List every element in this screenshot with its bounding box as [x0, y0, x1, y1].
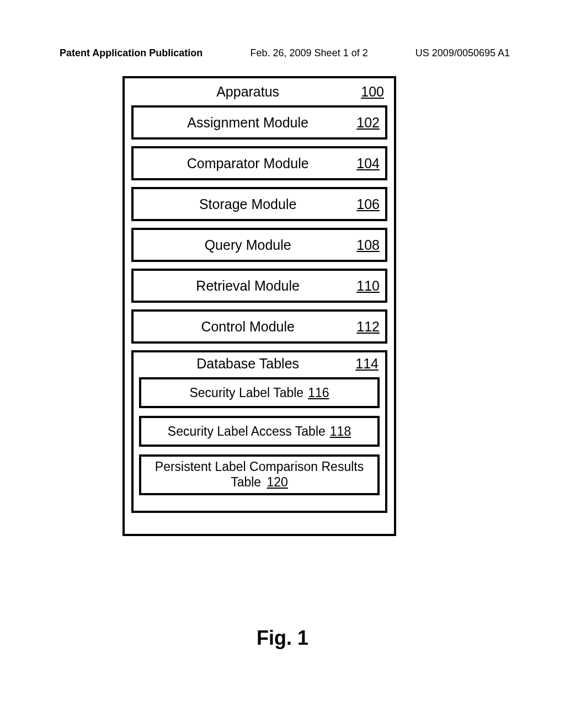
apparatus-refnum: 100: [361, 84, 384, 100]
module-title: Query Module: [139, 237, 356, 253]
apparatus-header: Apparatus 100: [130, 83, 388, 105]
database-tables-header: Database Tables 114: [139, 354, 380, 377]
module-refnum: 108: [356, 237, 380, 253]
subtable-refnum: 116: [308, 386, 329, 400]
module-refnum: 102: [356, 115, 380, 131]
module-title: Assignment Module: [139, 115, 356, 131]
module-storage: Storage Module 106: [131, 187, 387, 221]
db-title: Database Tables: [140, 356, 355, 372]
module-refnum: 106: [356, 196, 380, 212]
module-comparator: Comparator Module 104: [131, 146, 387, 180]
figure-label: Fig. 1: [0, 627, 565, 650]
module-query: Query Module 108: [131, 228, 387, 262]
header-publication: Patent Application Publication: [60, 47, 202, 59]
table-security-label: Security Label Table 116: [139, 377, 380, 408]
module-title: Control Module: [139, 319, 356, 335]
subtable-title: Persistent Label Comparison Results Tabl…: [155, 459, 364, 490]
module-assignment: Assignment Module 102: [131, 105, 387, 140]
subtable-title-line1: Persistent Label Comparison Results: [155, 459, 364, 474]
module-refnum: 110: [356, 278, 380, 294]
module-retrieval: Retrieval Module 110: [131, 269, 387, 303]
module-title: Comparator Module: [139, 156, 356, 172]
table-persistent-label-comparison: Persistent Label Comparison Results Tabl…: [139, 454, 380, 495]
database-tables-box: Database Tables 114 Security Label Table…: [131, 350, 387, 513]
header-patentno: US 2009/0050695 A1: [415, 47, 510, 59]
table-security-label-access: Security Label Access Table 118: [139, 416, 380, 447]
module-control: Control Module 112: [131, 309, 387, 344]
page-header: Patent Application Publication Feb. 26, …: [0, 47, 565, 59]
apparatus-title: Apparatus: [135, 84, 361, 100]
module-refnum: 112: [356, 319, 380, 335]
db-refnum: 114: [355, 356, 379, 372]
subtable-title: Security Label Table: [189, 386, 303, 400]
module-refnum: 104: [356, 156, 380, 172]
apparatus-box: Apparatus 100 Assignment Module 102 Comp…: [122, 76, 396, 536]
subtable-refnum: 120: [267, 475, 288, 489]
subtable-refnum: 118: [330, 424, 351, 439]
subtable-title: Security Label Access Table: [168, 424, 326, 439]
subtable-title-line2: Table: [231, 475, 261, 489]
header-date: Feb. 26, 2009 Sheet 1 of 2: [250, 47, 368, 59]
module-title: Storage Module: [139, 196, 356, 212]
module-title: Retrieval Module: [139, 278, 356, 294]
